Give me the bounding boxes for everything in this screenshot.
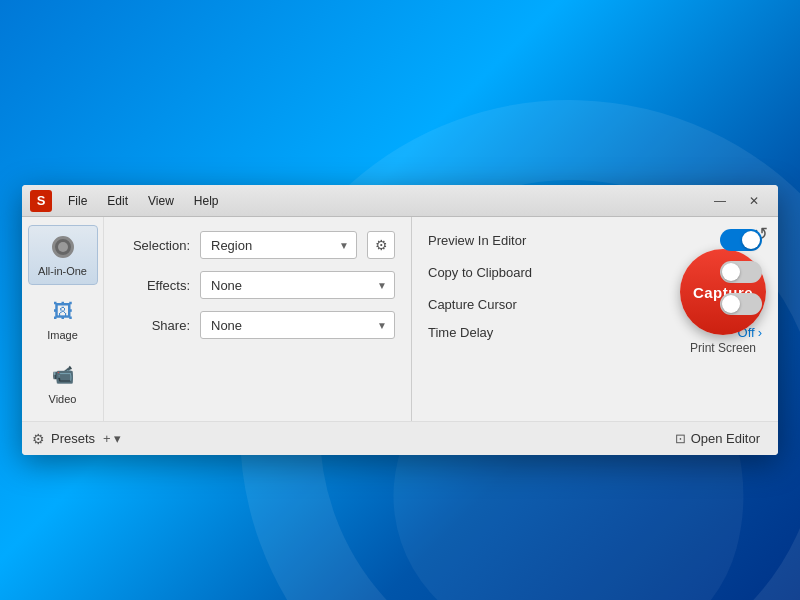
effects-row: Effects: None Border Drop Shadow ▼ [118, 271, 395, 299]
cursor-toggle-knob [722, 295, 740, 313]
presets-add-dropdown[interactable]: + ▾ [103, 431, 121, 446]
selection-label: Selection: [118, 238, 190, 253]
selection-select[interactable]: Region Full Screen Window Scrolling [200, 231, 357, 259]
open-editor-button[interactable]: ⊡ Open Editor [667, 428, 768, 449]
app-body: All-in-One 🖼 Image 📹 Video Selection: Re… [22, 217, 778, 421]
preview-toggle-label: Preview In Editor [428, 233, 712, 248]
cursor-toggle[interactable] [720, 293, 762, 315]
selection-gear-button[interactable]: ⚙ [367, 231, 395, 259]
sidebar-item-all-in-one-label: All-in-One [38, 265, 87, 277]
share-row: Share: None Email Slack OneDrive ▼ [118, 311, 395, 339]
close-button[interactable]: ✕ [738, 190, 770, 212]
preview-toggle-knob [742, 231, 760, 249]
sidebar-item-image[interactable]: 🖼 Image [28, 289, 98, 349]
window-controls: — ✕ [704, 190, 770, 212]
presets-gear-icon: ⚙ [32, 431, 45, 447]
sidebar-item-video[interactable]: 📹 Video [28, 353, 98, 413]
effects-label: Effects: [118, 278, 190, 293]
editor-icon: ⊡ [675, 431, 686, 446]
cursor-toggle-label: Capture Cursor [428, 297, 712, 312]
menu-file[interactable]: File [58, 190, 97, 212]
left-section: Selection: Region Full Screen Window Scr… [104, 217, 405, 421]
menu-view[interactable]: View [138, 190, 184, 212]
app-logo: S [30, 190, 52, 212]
share-label: Share: [118, 318, 190, 333]
preview-toggle[interactable] [720, 229, 762, 251]
menu-edit[interactable]: Edit [97, 190, 138, 212]
minimize-button[interactable]: — [704, 190, 736, 212]
all-in-one-icon [49, 233, 77, 261]
menu-help[interactable]: Help [184, 190, 229, 212]
menu-bar: File Edit View Help [58, 190, 704, 212]
gear-icon: ⚙ [375, 237, 388, 253]
open-editor-label: Open Editor [691, 431, 760, 446]
video-icon: 📹 [49, 361, 77, 389]
sidebar-item-video-label: Video [49, 393, 77, 405]
print-screen-label: Print Screen [690, 341, 756, 355]
sidebar-item-image-label: Image [47, 329, 78, 341]
effects-select[interactable]: None Border Drop Shadow [200, 271, 395, 299]
image-icon: 🖼 [49, 297, 77, 325]
section-divider [411, 217, 412, 421]
effects-select-wrapper: None Border Drop Shadow ▼ [200, 271, 395, 299]
selection-row: Selection: Region Full Screen Window Scr… [118, 231, 395, 259]
app-window: S File Edit View Help — ✕ All-in-One 🖼 I… [22, 185, 778, 455]
share-select[interactable]: None Email Slack OneDrive [200, 311, 395, 339]
sidebar: All-in-One 🖼 Image 📹 Video [22, 217, 104, 421]
clipboard-toggle[interactable] [720, 261, 762, 283]
right-panel: ↺ Capture Print Screen Preview In Editor… [418, 217, 778, 421]
selection-select-wrapper: Region Full Screen Window Scrolling ▼ [200, 231, 357, 259]
bottom-bar: ⚙ Presets + ▾ ⊡ Open Editor [22, 421, 778, 455]
clipboard-toggle-knob [722, 263, 740, 281]
title-bar: S File Edit View Help — ✕ [22, 185, 778, 217]
sidebar-item-all-in-one[interactable]: All-in-One [28, 225, 98, 285]
presets-label[interactable]: Presets [51, 431, 95, 446]
clipboard-toggle-label: Copy to Clipboard [428, 265, 712, 280]
share-select-wrapper: None Email Slack OneDrive ▼ [200, 311, 395, 339]
